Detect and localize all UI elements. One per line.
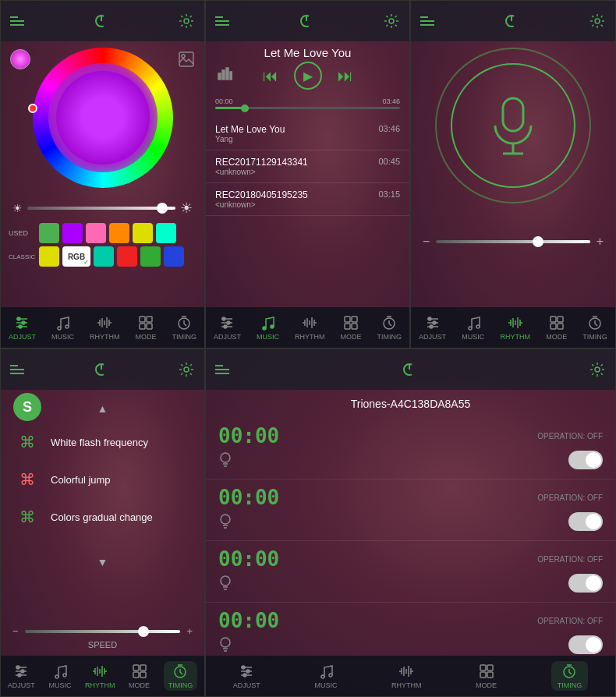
progress-track[interactable] (215, 107, 400, 109)
chevron-down-icon[interactable]: ▼ (97, 556, 108, 568)
nav-timing-4[interactable]: TIMING (164, 661, 198, 691)
swatch-classic-2[interactable] (94, 246, 114, 267)
swatch-classic-5[interactable] (164, 246, 184, 267)
nav-mode-5[interactable]: MODE (476, 663, 497, 689)
brightness-slider[interactable]: ☀ ☀ (12, 200, 193, 217)
mic-slider-track[interactable] (436, 240, 589, 243)
next-button[interactable]: ⏭ (338, 67, 353, 85)
mode-icon-0: ⌘ (16, 433, 38, 451)
nav-adjust-4[interactable]: ADJUST (8, 663, 35, 689)
rgb-button[interactable]: RGB (62, 246, 90, 267)
track-item-2[interactable]: REC20180405195235 <unknown> 03:15 (206, 183, 409, 216)
svg-rect-74 (558, 317, 563, 322)
menu-icon[interactable] (10, 16, 24, 26)
nav-music-5[interactable]: MUSIC (314, 663, 337, 689)
nav-music-3[interactable]: MUSIC (462, 314, 484, 341)
nav-label-timing-2: TIMING (377, 333, 402, 341)
swatch-classic-4[interactable] (140, 246, 161, 267)
mic-plus[interactable]: + (597, 235, 604, 249)
speed-control: − + SPEED (12, 625, 193, 649)
used-label: USED (9, 229, 36, 237)
power-icon-4[interactable] (93, 361, 110, 378)
swatch-used-1[interactable] (62, 223, 83, 243)
nav-rhythm-4[interactable]: RHYTHM (85, 663, 115, 689)
settings-icon-4[interactable] (178, 361, 195, 378)
brightness-track[interactable] (27, 207, 175, 210)
nav-rhythm-5[interactable]: RHYTHM (391, 663, 422, 689)
toggle-1[interactable] (568, 512, 603, 531)
mode-item-0[interactable]: ⌘ White flash frequency (1, 423, 204, 461)
settings-icon-2[interactable] (383, 12, 400, 30)
svg-point-107 (221, 638, 230, 647)
swatch-used-4[interactable] (133, 223, 153, 243)
settings-icon[interactable] (178, 12, 195, 30)
nav-timing-3[interactable]: TIMING (582, 314, 607, 341)
svg-point-11 (58, 327, 61, 330)
nav-rhythm-3[interactable]: RHYTHM (500, 314, 530, 341)
toggle-0[interactable] (568, 451, 603, 469)
menu-icon-2[interactable] (215, 16, 229, 26)
nav-adjust-3[interactable]: ADJUST (419, 314, 446, 341)
svg-point-35 (222, 317, 225, 320)
play-button[interactable]: ▶ (294, 62, 322, 90)
settings-icon-5[interactable] (589, 361, 606, 378)
power-icon-5[interactable] (401, 361, 418, 378)
mode-label-1: Colorful jump (51, 474, 111, 486)
nav-timing-5[interactable]: TIMING (551, 661, 589, 691)
nav-music-2[interactable]: MUSIC (257, 314, 279, 341)
nav-rhythm-2[interactable]: RHYTHM (295, 314, 325, 341)
mode-item-1[interactable]: ⌘ Colorful jump (1, 461, 204, 498)
nav-timing-2[interactable]: TIMING (377, 314, 402, 341)
menu-icon-4[interactable] (10, 365, 24, 374)
nav-adjust-1[interactable]: ADJUST (9, 314, 36, 341)
color-preview[interactable] (10, 49, 30, 69)
track-item-0[interactable]: Let Me Love You Yang 03:46 (206, 118, 409, 150)
nav-mode-4[interactable]: MODE (129, 663, 150, 689)
toggle-3[interactable] (568, 635, 603, 654)
svg-rect-30 (226, 68, 228, 80)
gallery-icon[interactable] (178, 51, 195, 71)
settings-icon-3[interactable] (589, 12, 606, 30)
svg-point-12 (65, 325, 69, 328)
mic-volume-slider[interactable]: − + (423, 235, 604, 249)
menu-icon-3[interactable] (420, 16, 434, 26)
menu-icon-5[interactable] (215, 365, 229, 374)
equalizer-icon[interactable] (217, 65, 232, 84)
swatch-used-2[interactable] (86, 223, 106, 243)
swatch-used-5[interactable] (156, 223, 176, 243)
swatch-classic-0[interactable] (39, 246, 59, 267)
nav-music-1[interactable]: MUSIC (51, 314, 74, 341)
prev-button[interactable]: ⏮ (263, 67, 278, 85)
timer-time-1: 00:00 (218, 486, 279, 509)
swatch-used-0[interactable] (39, 223, 59, 243)
speed-slider-row[interactable]: − + (12, 625, 193, 637)
mode-item-2[interactable]: ⌘ Colors gradual change (1, 498, 204, 536)
power-icon[interactable] (93, 12, 110, 30)
speed-minus[interactable]: − (12, 625, 19, 637)
chevron-up-icon[interactable]: ▲ (97, 402, 108, 415)
nav-music-4[interactable]: MUSIC (48, 663, 71, 689)
svg-rect-123 (480, 665, 486, 670)
toggle-2[interactable] (568, 574, 603, 593)
brightness-thumb[interactable] (157, 203, 168, 214)
nav-mode-1[interactable]: MODE (135, 314, 156, 341)
nav-adjust-2[interactable]: ADJUST (214, 314, 241, 341)
nav-label-music-1: MUSIC (51, 333, 74, 341)
power-icon-2[interactable] (298, 12, 315, 30)
nav-mode-2[interactable]: MODE (340, 314, 361, 341)
speed-thumb[interactable] (138, 626, 149, 637)
mic-minus[interactable]: − (423, 235, 430, 249)
track-item-1[interactable]: REC20171129143341 <unknown> 00:45 (206, 150, 409, 183)
progress-bar[interactable]: 00:00 03:46 (215, 97, 400, 109)
power-icon-3[interactable] (503, 12, 520, 30)
speed-track[interactable] (25, 630, 181, 633)
mic-slider-thumb[interactable] (533, 236, 543, 247)
color-wheel[interactable] (33, 48, 173, 188)
nav-adjust-5[interactable]: ADJUST (233, 663, 260, 689)
nav-timing-1[interactable]: TIMING (172, 314, 196, 341)
speed-plus[interactable]: + (186, 625, 193, 637)
swatch-classic-3[interactable] (117, 246, 137, 267)
swatch-used-3[interactable] (109, 223, 129, 243)
nav-mode-3[interactable]: MODE (546, 314, 567, 341)
nav-rhythm-1[interactable]: RHYTHM (90, 314, 120, 341)
